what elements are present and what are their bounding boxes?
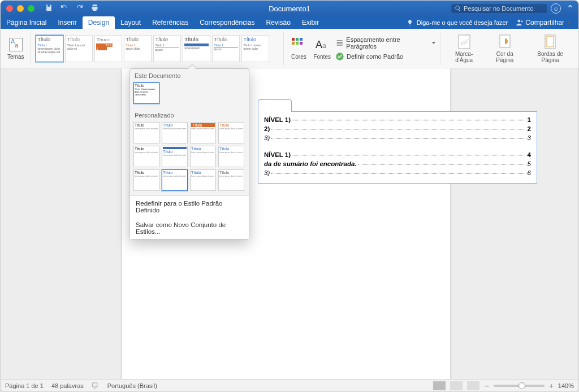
reset-to-default-style-menuitem[interactable]: Redefinir para o Estilo Padrão Definido bbox=[130, 196, 249, 217]
style-set-thumb[interactable]: TítuloTítulo 1 ipsum dolor sit bbox=[65, 35, 93, 62]
focus-view-button[interactable] bbox=[467, 381, 479, 390]
search-input[interactable]: Pesquisar no Documento bbox=[451, 4, 547, 13]
style-set-thumb[interactable]: TítuloTítulo 1ipsum dolor bbox=[124, 35, 152, 62]
tab-insert[interactable]: Inserir bbox=[52, 16, 82, 29]
tab-home[interactable]: Página Inicial bbox=[1, 16, 52, 29]
feedback-icon[interactable]: ☺ bbox=[551, 3, 561, 14]
colors-button[interactable]: Cores bbox=[288, 36, 309, 61]
style-set-option[interactable]: Títulolorem ipsum dolor sit amet bbox=[218, 169, 244, 191]
dropdown-section-custom: Personalizado bbox=[130, 108, 249, 121]
style-set-option[interactable]: TítuloTítulo 1 lorem ipsum dolor sit ame… bbox=[133, 82, 159, 104]
language-status[interactable]: Português (Brasil) bbox=[107, 382, 157, 389]
page-borders-button[interactable]: Bordas de Página bbox=[526, 33, 574, 64]
tell-me-label[interactable]: Diga-me o que você deseja fazer bbox=[417, 19, 508, 26]
style-set-option[interactable]: Títulolorem ipsum dolor sit amet bbox=[133, 146, 159, 167]
svg-rect-18 bbox=[93, 382, 97, 386]
tab-review[interactable]: Revisão bbox=[261, 16, 296, 29]
style-set-thumb[interactable]: TítuloTítulo 1lorem ipsum dolor sit amet… bbox=[36, 35, 63, 62]
print-layout-view-button[interactable] bbox=[433, 381, 446, 390]
close-window-button[interactable] bbox=[6, 5, 13, 12]
chevron-down-icon bbox=[567, 21, 571, 24]
style-set-option[interactable]: Títulolorem ipsum dolor sit amet bbox=[162, 146, 188, 167]
share-button[interactable]: Compartilhar bbox=[511, 19, 575, 27]
tab-layout[interactable]: Layout bbox=[115, 16, 146, 29]
ribbon-tabs: Página Inicial Inserir Design Layout Ref… bbox=[1, 16, 578, 29]
tab-design[interactable]: Design bbox=[83, 16, 115, 29]
watermark-icon: ABC bbox=[456, 34, 472, 50]
chevron-right-icon bbox=[273, 46, 277, 51]
style-set-option[interactable]: Títulolorem ipsum dolor sit amet bbox=[218, 122, 244, 143]
page-color-icon bbox=[497, 34, 513, 50]
document-area[interactable]: NÍVEL 1)12)23)3NÍVEL 1)4da de sumário fo… bbox=[1, 68, 578, 379]
zoom-slider[interactable] bbox=[494, 385, 545, 387]
toc-handle[interactable] bbox=[258, 99, 292, 112]
page-count[interactable]: Página 1 de 1 bbox=[5, 382, 44, 389]
share-label: Compartilhar bbox=[525, 19, 564, 27]
style-set-thumb[interactable]: TítuloTítulo 1 bbox=[94, 35, 122, 62]
svg-rect-9 bbox=[300, 42, 303, 45]
svg-text:A: A bbox=[11, 38, 15, 45]
minimize-window-button[interactable] bbox=[17, 5, 24, 12]
svg-text:a: a bbox=[15, 42, 18, 49]
page-color-button[interactable]: Cor da Página bbox=[485, 33, 524, 64]
word-count[interactable]: 48 palavras bbox=[51, 382, 84, 389]
search-placeholder: Pesquisar no Documento bbox=[464, 5, 534, 12]
overflow-icon[interactable]: ⌃ bbox=[567, 3, 574, 14]
zoom-out-button[interactable]: − bbox=[484, 381, 489, 390]
check-circle-icon bbox=[335, 52, 344, 61]
themes-icon: Aa bbox=[8, 37, 24, 53]
titlebar: Documento1 Pesquisar no Documento ☺ ⌃ bbox=[1, 1, 578, 16]
save-as-new-style-set-menuitem[interactable]: Salvar como Novo Conjunto de Estilos... bbox=[130, 217, 249, 239]
table-of-contents[interactable]: NÍVEL 1)12)23)3NÍVEL 1)4da de sumário fo… bbox=[258, 111, 537, 184]
style-set-thumb[interactable]: Títulolorem ipsum bbox=[183, 35, 210, 62]
themes-button[interactable]: Aa Temas bbox=[5, 36, 26, 61]
zoom-level[interactable]: 140% bbox=[558, 382, 574, 389]
save-icon[interactable] bbox=[45, 3, 53, 14]
ribbon-design: Aa Temas TítuloTítulo 1lorem ipsum dolor… bbox=[1, 29, 578, 68]
set-as-default-button[interactable]: Definir como Padrão bbox=[335, 52, 435, 61]
gallery-scroll[interactable] bbox=[271, 46, 279, 51]
document-formatting-gallery: TítuloTítulo 1lorem ipsum dolor sit amet… bbox=[36, 35, 279, 62]
style-set-thumb[interactable]: TítuloTítulo 1ipsum bbox=[212, 35, 240, 62]
style-set-option[interactable]: Títulolorem ipsum dolor sit amet bbox=[133, 169, 159, 191]
print-icon[interactable] bbox=[90, 3, 99, 14]
paragraph-spacing-button[interactable]: Espaçamento entre Parágrafos bbox=[335, 36, 435, 50]
undo-icon[interactable] bbox=[60, 3, 68, 14]
search-icon bbox=[455, 5, 461, 12]
svg-rect-4 bbox=[292, 38, 295, 41]
svg-point-0 bbox=[518, 20, 521, 23]
svg-text:a: a bbox=[322, 42, 326, 50]
paragraph-spacing-icon bbox=[335, 38, 344, 47]
fonts-icon: Aa bbox=[314, 37, 330, 53]
tab-mailings[interactable]: Correspondências bbox=[194, 16, 260, 29]
toc-entry: NÍVEL 1)4 bbox=[264, 151, 531, 158]
style-set-option[interactable]: Títulolorem ipsum dolor sit amet bbox=[162, 169, 188, 191]
person-plus-icon bbox=[516, 19, 524, 27]
fonts-label: Fontes bbox=[313, 54, 331, 60]
svg-text:A: A bbox=[316, 39, 322, 50]
redo-icon[interactable] bbox=[75, 3, 84, 14]
status-bar: Página 1 de 1 48 palavras Português (Bra… bbox=[1, 379, 578, 391]
zoom-window-button[interactable] bbox=[28, 5, 34, 12]
style-set-option[interactable]: Títulolorem ipsum dolor sit amet bbox=[190, 146, 216, 167]
zoom-in-button[interactable]: + bbox=[549, 381, 554, 390]
tab-references[interactable]: Referências bbox=[146, 16, 194, 29]
style-set-option[interactable]: Títulolorem ipsum dolor sit amet bbox=[218, 146, 244, 167]
svg-rect-7 bbox=[292, 42, 295, 45]
style-set-option[interactable]: Títulolorem ipsum dolor sit amet bbox=[190, 169, 216, 191]
web-layout-view-button[interactable] bbox=[450, 381, 463, 390]
tab-view[interactable]: Exibir bbox=[296, 16, 325, 29]
style-set-thumb[interactable]: TítuloTítulo 1ipsum bbox=[153, 35, 181, 62]
spellcheck-icon[interactable] bbox=[92, 381, 100, 390]
lightbulb-icon bbox=[407, 19, 413, 26]
fonts-button[interactable]: Aa Fontes bbox=[311, 36, 333, 61]
toc-entry: NÍVEL 1)1 bbox=[264, 116, 531, 123]
style-set-option[interactable]: Títulolorem ipsum dolor sit amet bbox=[133, 122, 159, 143]
style-set-option[interactable]: Títulolorem ipsum dolor sit amet bbox=[190, 122, 216, 143]
colors-label: Cores bbox=[291, 54, 306, 60]
style-set-option[interactable]: Títulolorem ipsum dolor sit amet bbox=[162, 122, 188, 143]
themes-label: Temas bbox=[7, 54, 24, 60]
toc-entry: 3)6 bbox=[264, 169, 531, 176]
watermark-button[interactable]: ABC Marca-d'Água bbox=[445, 33, 483, 64]
style-set-thumb[interactable]: TítuloTítulo 1 lorem ipsum dolor bbox=[241, 35, 269, 62]
